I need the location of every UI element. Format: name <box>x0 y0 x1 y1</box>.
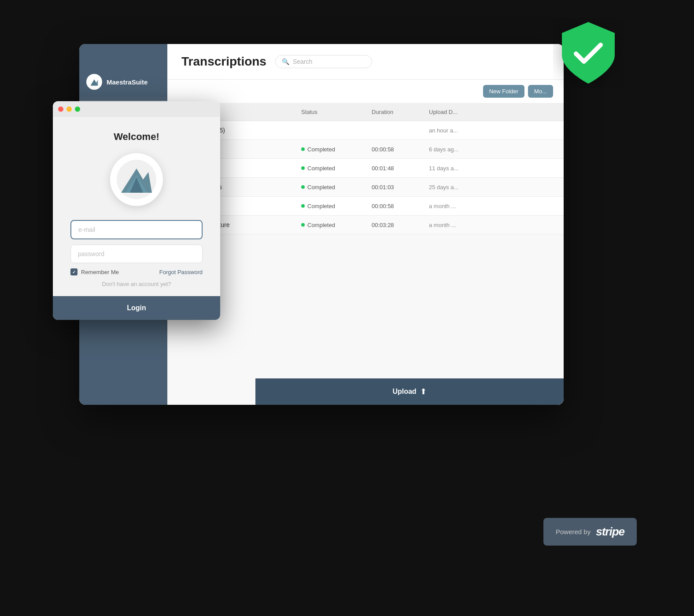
upload-label: Upload <box>392 388 416 396</box>
password-input[interactable] <box>70 245 203 263</box>
remember-me-container: ✓ Remember Me <box>70 268 119 275</box>
table-body: 📁 Interviews (5) an hour a... Cover Vide… <box>167 121 564 235</box>
upload-icon: ⬆ <box>420 387 427 396</box>
table-row[interactable]: Astronomy Lecture Completed 00:03:28a mo… <box>167 216 564 235</box>
stripe-logo: stripe <box>596 525 624 539</box>
cell-duration: 00:03:28 <box>372 222 429 228</box>
search-input-placeholder: Search <box>293 58 312 65</box>
remember-me-checkbox[interactable]: ✓ <box>70 268 78 275</box>
cell-duration: 00:01:48 <box>372 165 429 172</box>
login-button[interactable]: Login <box>53 296 220 320</box>
remember-me-label: Remember Me <box>81 269 119 275</box>
table-row[interactable]: 📁 Interviews (5) an hour a... <box>167 121 564 140</box>
close-button[interactable] <box>58 106 63 112</box>
app-name: MaestraSuite <box>107 78 148 86</box>
login-titlebar <box>53 101 220 117</box>
cell-status: Completed <box>301 203 372 209</box>
cell-upload: a month ... <box>429 222 499 228</box>
login-window: Welcome! ✓ Remember Me Forgot Password D… <box>53 101 220 320</box>
status-dot <box>301 147 305 151</box>
email-input[interactable] <box>70 220 203 239</box>
cell-upload: 11 days a... <box>429 165 499 172</box>
status-dot <box>301 166 305 170</box>
status-dot <box>301 204 305 208</box>
cell-upload: 6 days ag... <box>429 146 499 153</box>
cell-upload: an hour a... <box>429 127 499 134</box>
status-dot <box>301 223 305 227</box>
col-upload: Upload D... <box>429 109 499 115</box>
col-status: Status <box>301 109 372 115</box>
cell-status: Completed <box>301 222 372 228</box>
page-title: Transcriptions <box>181 55 266 69</box>
main-content: Transcriptions 🔍 Search New Folder Mo...… <box>167 44 564 405</box>
shield-badge <box>553 18 624 88</box>
login-body: Welcome! ✓ Remember Me Forgot Password D… <box>53 117 220 296</box>
maximize-button[interactable] <box>75 106 80 112</box>
forgot-password-link[interactable]: Forgot Password <box>159 269 203 275</box>
login-avatar <box>110 153 163 206</box>
cell-duration: 00:00:58 <box>372 203 429 209</box>
app-logo-icon <box>86 74 102 90</box>
status-dot <box>301 185 305 189</box>
search-icon: 🔍 <box>282 58 289 65</box>
main-header: Transcriptions 🔍 Search <box>167 44 564 80</box>
table-row[interactable]: TV Show's Completed 00:00:58a month ... <box>167 197 564 216</box>
login-title: Welcome! <box>114 131 159 143</box>
cell-status: Completed <box>301 146 372 153</box>
cell-upload: 25 days a... <box>429 184 499 191</box>
cell-duration: 00:00:58 <box>372 146 429 153</box>
table-row[interactable]: Vacation Videos Completed 00:01:0325 day… <box>167 178 564 197</box>
cell-upload: a month ... <box>429 203 499 209</box>
new-folder-button[interactable]: New Folder <box>483 85 524 98</box>
col-duration: Duration <box>372 109 429 115</box>
cell-status: Completed <box>301 184 372 191</box>
powered-by-text: Powered by <box>556 528 591 535</box>
minimize-button[interactable] <box>66 106 72 112</box>
transcription-table: Name Status Duration Upload D... 📁 Inter… <box>167 103 564 405</box>
cell-status: Completed <box>301 165 372 172</box>
table-header: Name Status Duration Upload D... <box>167 103 564 121</box>
more-button[interactable]: Mo... <box>528 85 553 98</box>
bottom-bar: Upload ⬆ <box>255 378 564 405</box>
toolbar: New Folder Mo... <box>167 80 564 103</box>
sidebar-logo-area: MaestraSuite <box>79 66 167 98</box>
table-row[interactable]: Cover Video's Completed 00:00:586 days a… <box>167 140 564 159</box>
stripe-badge: Powered by stripe <box>543 518 637 546</box>
cell-duration: 00:01:03 <box>372 184 429 191</box>
login-button-label: Login <box>127 304 146 312</box>
login-options: ✓ Remember Me Forgot Password <box>70 268 203 275</box>
search-box[interactable]: 🔍 Search <box>275 55 372 68</box>
table-row[interactable]: Math Class Completed 00:01:4811 days a..… <box>167 159 564 178</box>
no-account-text: Don't have an account yet? <box>102 281 171 287</box>
